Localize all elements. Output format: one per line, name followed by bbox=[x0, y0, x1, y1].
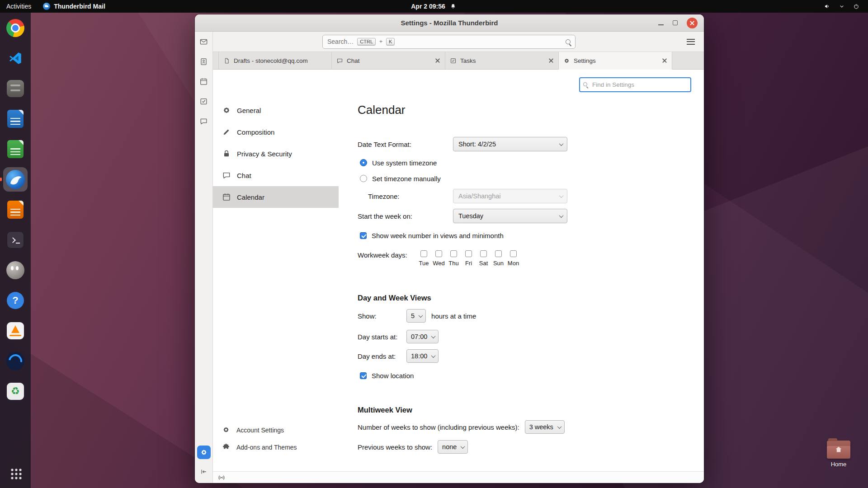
thunderbird-window: Settings - Mozilla Thunderbird bbox=[195, 14, 704, 483]
maximize-button[interactable] bbox=[673, 20, 678, 25]
find-in-settings[interactable] bbox=[579, 77, 691, 92]
account-settings-button[interactable]: Account Settings bbox=[213, 422, 339, 439]
workweek-day-tue[interactable]: Tue bbox=[416, 250, 431, 267]
clock-menu[interactable]: Apr 2 09:56 bbox=[411, 0, 457, 13]
sidebar-item-general[interactable]: General bbox=[213, 99, 339, 121]
show-week-number-option[interactable]: Show week number in views and minimonth bbox=[360, 230, 704, 240]
space-mail-button[interactable] bbox=[198, 36, 210, 48]
show-applications-button[interactable] bbox=[3, 461, 28, 485]
workweek-day-sat[interactable]: Sat bbox=[476, 250, 491, 267]
set-timezone-manually-radio[interactable] bbox=[360, 175, 367, 182]
day-start-select[interactable]: 07:00 bbox=[406, 330, 439, 343]
day-end-row: Day ends at: 18:00 bbox=[358, 349, 704, 363]
date-format-select[interactable]: Short: 4/2/25 bbox=[453, 137, 567, 151]
system-tray[interactable] bbox=[824, 3, 868, 10]
close-button[interactable] bbox=[687, 18, 698, 28]
show-hours-select[interactable]: 5 bbox=[406, 309, 426, 323]
dock-item-calc[interactable] bbox=[3, 137, 28, 161]
day-end-select[interactable]: 18:00 bbox=[406, 349, 439, 363]
sidebar-item-privacy-security[interactable]: Privacy & Security bbox=[213, 143, 339, 164]
show-week-number-checkbox[interactable] bbox=[360, 232, 367, 239]
chevron-down-icon bbox=[431, 334, 436, 338]
space-settings-button-active[interactable] bbox=[197, 446, 211, 459]
libreoffice-writer-icon bbox=[7, 110, 24, 128]
chat-icon bbox=[336, 57, 343, 64]
sidebar-item-calendar[interactable]: Calendar bbox=[213, 186, 339, 208]
dock-item-vscode[interactable] bbox=[3, 46, 28, 70]
set-timezone-manually-option[interactable]: Set timezone manually bbox=[360, 174, 704, 183]
workweek-day-wed[interactable]: Wed bbox=[431, 250, 446, 267]
tab-close-button[interactable] bbox=[548, 58, 554, 63]
app-menu-button[interactable] bbox=[687, 39, 695, 45]
show-location-checkbox[interactable] bbox=[360, 372, 367, 379]
workweek-checkbox[interactable] bbox=[420, 250, 427, 257]
use-system-timezone-radio[interactable] bbox=[360, 159, 367, 166]
tab-tasks[interactable]: Tasks bbox=[445, 52, 559, 69]
tab-close-button[interactable] bbox=[662, 58, 667, 63]
tab-settings[interactable]: Settings bbox=[559, 52, 672, 70]
title-bar[interactable]: Settings - Mozilla Thunderbird bbox=[195, 14, 704, 32]
desktop-home-icon[interactable]: Home bbox=[824, 441, 854, 468]
dock-item-chrome[interactable] bbox=[3, 16, 28, 40]
thunderbird-icon bbox=[43, 3, 50, 10]
workweek-checkbox[interactable] bbox=[495, 250, 502, 257]
workweek-day-thu[interactable]: Thu bbox=[446, 250, 461, 267]
find-in-settings-input[interactable] bbox=[579, 77, 691, 92]
minimize-button[interactable] bbox=[658, 24, 664, 25]
collapse-spaces-button[interactable] bbox=[198, 465, 210, 478]
libreoffice-calc-icon bbox=[7, 140, 24, 158]
previous-weeks-select[interactable]: none bbox=[438, 440, 468, 454]
workweek-checkbox[interactable] bbox=[510, 250, 517, 257]
tab-close-button[interactable] bbox=[435, 58, 440, 63]
show-location-option[interactable]: Show location bbox=[360, 371, 704, 380]
week-start-select[interactable]: Tuesday bbox=[453, 209, 567, 223]
focused-app-menu[interactable]: Thunderbird Mail bbox=[43, 3, 105, 10]
chevron-down-icon bbox=[557, 424, 561, 429]
puzzle-icon bbox=[222, 443, 231, 452]
workweek-checkbox[interactable] bbox=[450, 250, 457, 257]
dock-item-recycle[interactable] bbox=[3, 379, 28, 404]
global-search-bar[interactable]: Search… CTRL + K bbox=[322, 35, 576, 49]
workweek-checkbox[interactable] bbox=[480, 250, 487, 257]
calendar-icon bbox=[222, 192, 231, 202]
broadcast-status-icon[interactable] bbox=[217, 474, 226, 482]
gear-icon bbox=[200, 448, 208, 456]
bell-icon bbox=[450, 3, 457, 10]
week-start-label: Start the week on: bbox=[358, 212, 453, 220]
chevron-down-icon bbox=[838, 3, 845, 10]
tasks-icon bbox=[450, 57, 457, 64]
tab-chat[interactable]: Chat bbox=[332, 52, 445, 69]
space-calendar-button[interactable] bbox=[198, 75, 210, 88]
space-chat-button[interactable] bbox=[198, 115, 210, 127]
tab-drafts[interactable]: Drafts - stonecold@qq.com bbox=[218, 52, 332, 69]
dock-item-files[interactable] bbox=[3, 76, 28, 101]
sidebar-item-composition[interactable]: Composition bbox=[213, 121, 339, 143]
weeks-to-show-select[interactable]: 3 weeks bbox=[525, 420, 565, 434]
apps-grid-icon bbox=[9, 467, 22, 479]
dock-item-impress[interactable] bbox=[3, 197, 28, 222]
addons-themes-button[interactable]: Add-ons and Themes bbox=[213, 439, 339, 456]
dock-item-firefox[interactable] bbox=[3, 349, 28, 373]
date-format-row: Date Text Format: Short: 4/2/25 bbox=[358, 137, 704, 151]
workweek-checkbox[interactable] bbox=[435, 250, 442, 257]
sidebar-item-chat[interactable]: Chat bbox=[213, 164, 339, 186]
workweek-checkbox[interactable] bbox=[465, 250, 472, 257]
home-label: Home bbox=[831, 461, 847, 468]
dock-item-writer[interactable] bbox=[3, 107, 28, 131]
activities-button[interactable]: Activities bbox=[6, 3, 31, 10]
settings-sidebar: General Composition Privacy & Security C… bbox=[213, 70, 339, 471]
chevron-down-icon bbox=[431, 353, 436, 358]
use-system-timezone-option[interactable]: Use system timezone bbox=[360, 158, 704, 168]
dock-item-terminal[interactable] bbox=[3, 228, 28, 252]
dock-item-vlc[interactable] bbox=[3, 319, 28, 343]
workweek-day-sun[interactable]: Sun bbox=[491, 250, 506, 267]
dock-item-thunderbird[interactable] bbox=[3, 167, 28, 192]
show-hours-label: Show: bbox=[358, 312, 406, 320]
dock-item-gimp[interactable] bbox=[3, 258, 28, 282]
workweek-day-fri[interactable]: Fri bbox=[461, 250, 476, 267]
search-icon bbox=[583, 82, 587, 86]
space-tasks-button[interactable] bbox=[198, 95, 210, 108]
workweek-day-mon[interactable]: Mon bbox=[506, 250, 521, 267]
dock-item-help[interactable] bbox=[3, 288, 28, 313]
space-addressbook-button[interactable] bbox=[198, 56, 210, 68]
